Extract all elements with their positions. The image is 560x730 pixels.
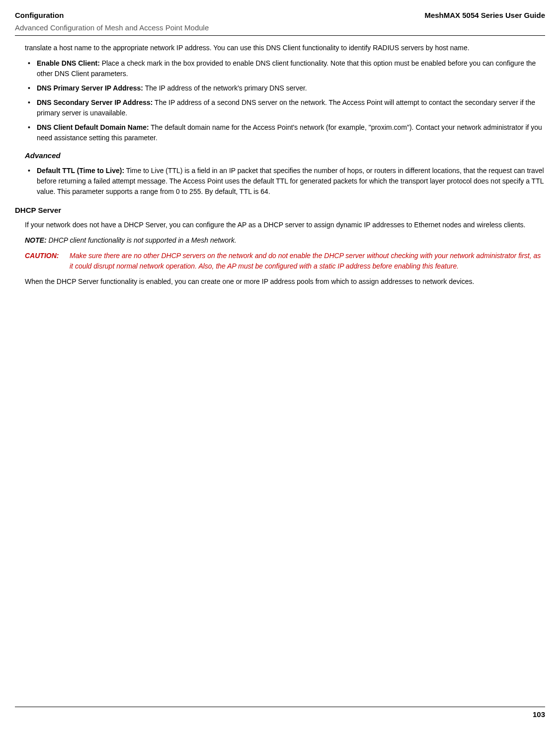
bullet-bold-lead: DNS Client Default Domain Name: (37, 123, 149, 131)
header-subtitle: Advanced Configuration of Mesh and Acces… (15, 22, 545, 34)
page-header: Configuration MeshMAX 5054 Series User G… (15, 10, 545, 21)
list-item: DNS Client Default Domain Name: The defa… (25, 122, 545, 143)
dhcp-paragraph-1: If your network does not have a DHCP Ser… (25, 220, 545, 230)
list-item: DNS Secondary Server IP Address: The IP … (25, 97, 545, 118)
bullet-text: The IP address of the network's primary … (143, 84, 307, 92)
header-divider (15, 35, 545, 36)
note-label: NOTE: (25, 236, 47, 244)
bullet-text: Place a check mark in the box provided t… (37, 59, 536, 78)
advanced-heading: Advanced (25, 150, 545, 162)
page-content: translate a host name to the appropriate… (15, 43, 545, 287)
bullet-bold-lead: DNS Secondary Server IP Address: (37, 98, 153, 106)
dhcp-paragraph-2: When the DHCP Server functionality is en… (25, 276, 545, 287)
list-item: Default TTL (Time to Live): Time to Live… (25, 166, 545, 197)
dhcp-server-heading: DHCP Server (15, 205, 545, 216)
bullet-bold-lead: DNS Primary Server IP Address: (37, 84, 143, 92)
dns-bullet-list: Enable DNS Client: Place a check mark in… (25, 58, 545, 143)
list-item: Enable DNS Client: Place a check mark in… (25, 58, 545, 79)
bullet-bold-lead: Enable DNS Client: (37, 59, 100, 67)
list-item: DNS Primary Server IP Address: The IP ad… (25, 83, 545, 93)
caution-block: CAUTION: Make sure there are no other DH… (25, 251, 545, 272)
header-title-right: MeshMAX 5054 Series User Guide (424, 10, 545, 21)
note-block: NOTE: DHCP client functionality is not s… (25, 235, 545, 246)
caution-label: CAUTION: (25, 251, 70, 272)
advanced-bullet-list: Default TTL (Time to Live): Time to Live… (25, 166, 545, 197)
intro-paragraph: translate a host name to the appropriate… (25, 43, 545, 53)
bullet-bold-lead: Default TTL (Time to Live): (37, 167, 124, 175)
header-title-left: Configuration (15, 10, 64, 21)
note-text: DHCP client functionality is not support… (47, 236, 237, 244)
caution-text: Make sure there are no other DHCP server… (70, 251, 545, 272)
